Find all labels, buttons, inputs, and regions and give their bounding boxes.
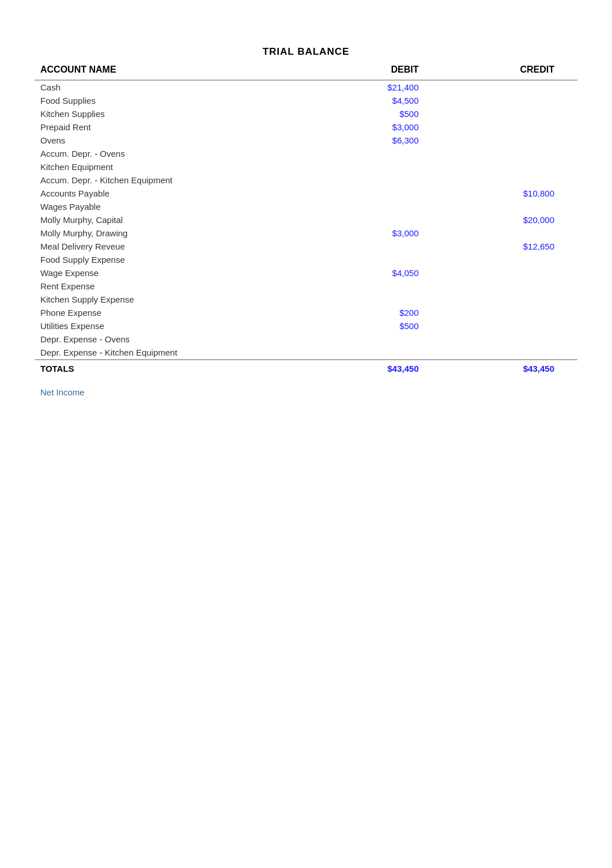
row-account-name: Food Supply Expense: [35, 253, 306, 266]
table-row: Accum. Depr. - Ovens: [35, 147, 577, 160]
row-credit: [442, 80, 578, 94]
totals-label: TOTALS: [35, 360, 306, 377]
row-account-name: Molly Murphy, Capital: [35, 213, 306, 227]
table-row: Kitchen Supplies$500: [35, 107, 577, 120]
row-account-name: Phone Expense: [35, 306, 306, 319]
page: TRIAL BALANCE ACCOUNT NAME DEBIT CREDIT …: [0, 0, 612, 432]
row-debit: $21,400: [306, 80, 442, 94]
row-credit: [442, 280, 578, 293]
row-account-name: Wage Expense: [35, 266, 306, 280]
row-account-name: Kitchen Supply Expense: [35, 293, 306, 306]
row-credit: [442, 319, 578, 333]
table-row: Cash$21,400: [35, 80, 577, 94]
col-header-name: ACCOUNT NAME: [35, 60, 306, 80]
table-row: Ovens$6,300: [35, 134, 577, 147]
table-row: Prepaid Rent$3,000: [35, 120, 577, 134]
row-credit: $12,650: [442, 240, 578, 253]
row-debit: $500: [306, 319, 442, 333]
net-income-label: Net Income: [35, 387, 577, 397]
row-debit: [306, 187, 442, 200]
row-account-name: Cash: [35, 80, 306, 94]
row-debit: $200: [306, 306, 442, 319]
col-header-debit: DEBIT: [306, 60, 442, 80]
table-row: Utilities Expense$500: [35, 319, 577, 333]
table-row: Molly Murphy, Drawing$3,000: [35, 227, 577, 240]
row-account-name: Depr. Expense - Ovens: [35, 333, 306, 346]
table-row: Food Supply Expense: [35, 253, 577, 266]
table-row: Accum. Depr. - Kitchen Equipment: [35, 173, 577, 187]
row-account-name: Kitchen Supplies: [35, 107, 306, 120]
totals-debit: $43,450: [306, 360, 442, 377]
report-title: TRIAL BALANCE: [35, 46, 577, 58]
row-debit: $3,000: [306, 120, 442, 134]
row-debit: [306, 333, 442, 346]
table-row: Kitchen Equipment: [35, 160, 577, 173]
row-account-name: Utilities Expense: [35, 319, 306, 333]
table-row: Rent Expense: [35, 280, 577, 293]
row-debit: [306, 200, 442, 213]
row-credit: [442, 253, 578, 266]
row-credit: [442, 346, 578, 360]
table-row: Phone Expense$200: [35, 306, 577, 319]
row-debit: [306, 253, 442, 266]
table-row: Food Supplies$4,500: [35, 94, 577, 107]
row-debit: [306, 173, 442, 187]
row-account-name: Food Supplies: [35, 94, 306, 107]
row-credit: [442, 173, 578, 187]
row-debit: $500: [306, 107, 442, 120]
col-header-credit: CREDIT: [442, 60, 578, 80]
row-credit: [442, 306, 578, 319]
table-row: Meal Delivery Reveue$12,650: [35, 240, 577, 253]
trial-balance-table: ACCOUNT NAME DEBIT CREDIT Cash$21,400Foo…: [35, 60, 577, 377]
row-credit: [442, 293, 578, 306]
table-row: Depr. Expense - Kitchen Equipment: [35, 346, 577, 360]
table-row: Accounts Payable$10,800: [35, 187, 577, 200]
row-account-name: Ovens: [35, 134, 306, 147]
row-account-name: Prepaid Rent: [35, 120, 306, 134]
row-credit: [442, 107, 578, 120]
row-debit: [306, 293, 442, 306]
table-row: Molly Murphy, Capital$20,000: [35, 213, 577, 227]
row-account-name: Accum. Depr. - Ovens: [35, 147, 306, 160]
row-credit: [442, 333, 578, 346]
row-account-name: Rent Expense: [35, 280, 306, 293]
table-row: Depr. Expense - Ovens: [35, 333, 577, 346]
row-debit: $4,500: [306, 94, 442, 107]
row-credit: $20,000: [442, 213, 578, 227]
row-credit: [442, 200, 578, 213]
table-row: Kitchen Supply Expense: [35, 293, 577, 306]
row-debit: [306, 160, 442, 173]
row-account-name: Wages Payable: [35, 200, 306, 213]
row-debit: $3,000: [306, 227, 442, 240]
row-debit: [306, 147, 442, 160]
row-account-name: Molly Murphy, Drawing: [35, 227, 306, 240]
row-debit: $4,050: [306, 266, 442, 280]
row-credit: [442, 227, 578, 240]
row-account-name: Accum. Depr. - Kitchen Equipment: [35, 173, 306, 187]
row-account-name: Meal Delivery Reveue: [35, 240, 306, 253]
row-credit: [442, 134, 578, 147]
row-debit: [306, 213, 442, 227]
row-account-name: Accounts Payable: [35, 187, 306, 200]
table-row: Wage Expense$4,050: [35, 266, 577, 280]
row-debit: [306, 346, 442, 360]
row-credit: [442, 94, 578, 107]
row-debit: [306, 240, 442, 253]
row-credit: [442, 160, 578, 173]
row-debit: $6,300: [306, 134, 442, 147]
totals-row: TOTALS$43,450$43,450: [35, 360, 577, 377]
row-credit: [442, 147, 578, 160]
row-credit: [442, 120, 578, 134]
totals-credit: $43,450: [442, 360, 578, 377]
table-row: Wages Payable: [35, 200, 577, 213]
row-credit: $10,800: [442, 187, 578, 200]
row-credit: [442, 266, 578, 280]
row-account-name: Kitchen Equipment: [35, 160, 306, 173]
row-account-name: Depr. Expense - Kitchen Equipment: [35, 346, 306, 360]
row-debit: [306, 280, 442, 293]
